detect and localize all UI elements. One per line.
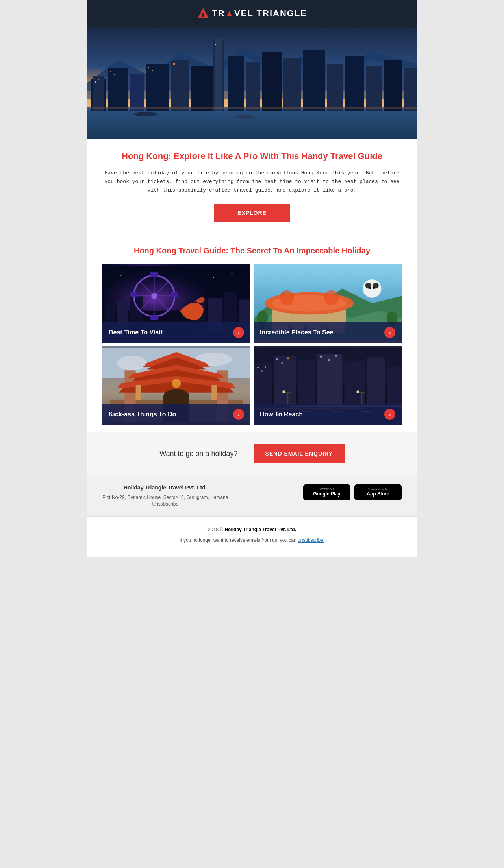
svg-rect-55 [150,315,158,320]
svg-point-133 [356,390,359,393]
svg-point-58 [213,277,214,278]
app-store-badge[interactable]: Download on the App Store [354,484,402,500]
main-title: Hong Kong: Explore It Like A Pro With Th… [102,150,402,163]
svg-rect-112 [276,358,278,360]
svg-rect-22 [366,66,382,111]
card-arrow-kickass[interactable]: › [233,409,244,420]
svg-rect-31 [173,63,175,65]
cards-grid: Best Time To Visit › [87,264,417,432]
card-best-time[interactable]: Best Time To Visit › [102,264,250,343]
copyright-section: 2018 © Holiday Triangle Travel Pvt. Ltd.… [87,516,417,557]
main-content: Hong Kong: Explore It Like A Pro With Th… [87,139,417,233]
svg-rect-16 [246,62,260,111]
section-title: Hong Kong Travel Guide: The Secret To An… [102,245,402,256]
svg-rect-30 [152,70,153,71]
svg-point-72 [369,287,371,289]
svg-point-59 [232,273,233,274]
svg-rect-12 [191,66,213,111]
card-label-kickass: Kick-ass Things To Do › [102,404,250,425]
svg-point-60 [120,275,122,276]
unsubscribe-link[interactable]: unsubscribe. [298,537,324,543]
svg-rect-5 [87,107,417,139]
logo-text: TR▲VEL TRIANGLE [212,8,307,18]
footer-company: Holiday Triangle Travel Pvt. Ltd. [102,484,228,491]
svg-rect-109 [257,367,259,368]
svg-rect-34 [87,107,417,109]
hero-image [87,28,417,139]
svg-rect-23 [384,60,402,111]
svg-point-97 [172,379,181,388]
footer: Holiday Triangle Travel Pvt. Ltd. Plot N… [87,475,417,516]
svg-point-36 [234,115,254,119]
card-arrow-incredible[interactable]: › [384,327,395,338]
hero-svg [87,28,417,139]
card-kickass[interactable]: Kick-ass Things To Do › [102,346,250,425]
google-play-badge[interactable]: GET IT ON Google Play [303,484,350,500]
explore-button[interactable]: EXPLORE [214,204,290,222]
card-label-incredible: Incredible Places To See › [254,322,402,343]
svg-rect-57 [171,292,178,297]
svg-rect-115 [320,356,322,358]
svg-rect-113 [282,362,284,364]
svg-point-130 [282,390,285,393]
svg-point-73 [373,287,375,289]
svg-rect-54 [150,272,158,277]
svg-rect-15 [228,56,244,111]
svg-point-53 [151,293,157,299]
svg-rect-110 [261,370,263,372]
svg-point-69 [363,279,381,298]
svg-rect-111 [265,366,266,368]
svg-rect-7 [93,76,104,111]
svg-rect-26 [98,79,99,80]
svg-rect-33 [219,48,219,49]
copyright-text: 2018 © Holiday Triangle Travel Pvt. Ltd. [102,526,402,534]
cta-section: Want to go on a holiday? SEND EMAIL ENQU… [87,432,417,475]
svg-point-96 [163,389,189,404]
card-howtoreach[interactable]: How To Reach › [254,346,402,425]
svg-rect-98 [136,385,141,400]
svg-rect-117 [335,355,337,357]
card-incredible[interactable]: Incredible Places To See › [254,264,402,343]
svg-rect-28 [114,74,115,75]
logo[interactable]: TR▲VEL TRIANGLE [197,7,307,20]
footer-info: Holiday Triangle Travel Pvt. Ltd. Plot N… [102,484,228,507]
svg-rect-17 [262,52,282,111]
svg-rect-27 [110,71,111,72]
svg-rect-8 [108,68,128,111]
svg-rect-116 [328,359,330,361]
svg-rect-25 [94,81,96,83]
svg-rect-11 [171,60,189,111]
card-label-best-time: Best Time To Visit › [102,322,250,343]
logo-icon [197,7,209,20]
svg-rect-1 [202,13,204,17]
svg-rect-18 [284,58,301,111]
svg-rect-20 [327,64,343,111]
footer-unsubscribe[interactable]: Unsubscribe [102,501,228,507]
send-email-button[interactable]: SEND EMAIL ENQUIRY [254,444,345,463]
svg-rect-32 [215,44,216,45]
svg-point-67 [280,290,295,305]
svg-rect-24 [404,68,417,111]
svg-point-84 [117,356,147,371]
svg-rect-114 [287,358,289,360]
header: TR▲VEL TRIANGLE [87,0,417,28]
unsubscribe-notice: If you no longer want to receive emails … [102,537,402,544]
svg-rect-56 [130,292,137,297]
svg-rect-99 [211,385,217,400]
cta-text: Want to go on a holiday? [159,450,237,458]
svg-rect-14 [215,38,222,111]
svg-point-68 [324,290,339,305]
card-label-howtoreach: How To Reach › [254,404,402,425]
card-arrow-howtoreach[interactable]: › [384,409,395,420]
svg-point-35 [134,112,158,116]
footer-store-badges: GET IT ON Google Play Download on the Ap… [303,484,402,500]
svg-rect-9 [130,74,144,111]
svg-rect-19 [303,50,325,111]
footer-address: Plot No-29, Dynamic House, Sector-18, Gu… [102,494,228,501]
svg-rect-10 [146,64,169,111]
svg-rect-29 [148,67,149,68]
card-arrow-best-time[interactable]: › [233,327,244,338]
svg-rect-21 [345,56,364,111]
description: Have the best holiday of your life by he… [102,169,402,195]
